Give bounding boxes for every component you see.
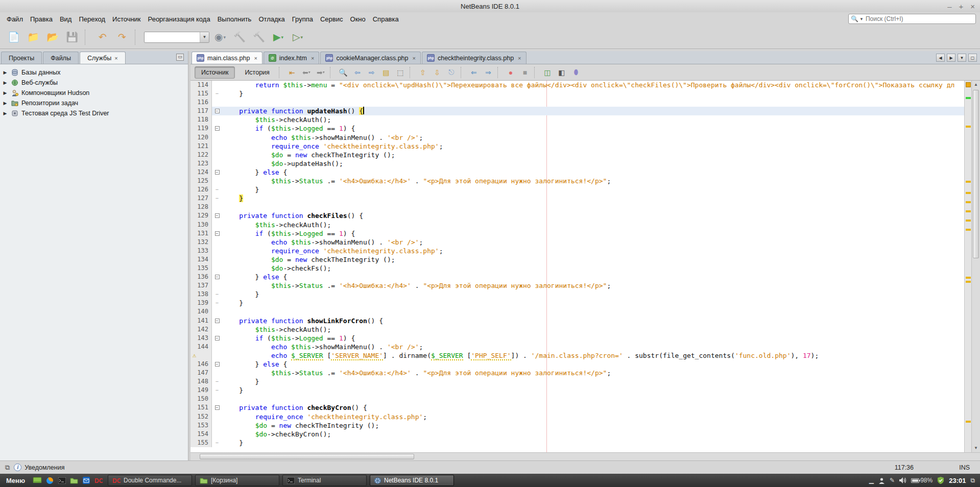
code-line-144[interactable]: 144 echo $this->showMainMenu() . '<br />… <box>190 343 964 351</box>
tree-item-4[interactable]: ▶Тестовая среда JS Test Driver <box>2 108 188 118</box>
sidebar-tab-2[interactable]: Службы× <box>80 52 126 64</box>
tab-list-icon[interactable]: ▼ <box>958 54 966 62</box>
code-line-119[interactable]: 119− if ($this->Logged == 1) { <box>190 124 964 133</box>
toggle-bookmark-icon[interactable]: ⎋ <box>445 66 458 79</box>
forward-icon[interactable]: ➡▾ <box>314 66 327 79</box>
close-button[interactable]: × <box>970 2 975 11</box>
code-line-127[interactable]: 127– } <box>190 194 964 203</box>
run-icon[interactable]: ▶▾ <box>270 29 287 46</box>
fold-collapse-icon[interactable]: − <box>215 109 220 113</box>
fold-gutter[interactable]: − <box>212 168 222 177</box>
fold-gutter[interactable]: − <box>212 211 222 220</box>
fold-gutter[interactable]: − <box>212 334 222 343</box>
code-line-150[interactable]: 150 <box>190 395 964 403</box>
code-line-120[interactable]: 120 echo $this->showMainMenu() . '<br />… <box>190 133 964 142</box>
hscroll-thumb[interactable] <box>200 454 414 459</box>
terminal-icon[interactable] <box>56 475 67 485</box>
chevron-down-icon[interactable]: ▾ <box>224 35 226 40</box>
battery-indicator[interactable]: 98% <box>911 477 933 484</box>
code-line-134[interactable]: 134 $do = new checkTheIntegrity (); <box>190 255 964 264</box>
menu-item-7[interactable]: Отладка <box>255 14 288 25</box>
dc-icon[interactable]: DC <box>93 475 104 485</box>
close-icon[interactable]: × <box>518 55 521 61</box>
menu-item-4[interactable]: Источник <box>109 14 145 25</box>
close-icon[interactable]: × <box>114 55 117 61</box>
sidebar-tab-1[interactable]: Файлы <box>43 52 79 64</box>
stop-macro-icon[interactable]: ■ <box>518 66 532 79</box>
code-editor[interactable]: 114 return $this->menu = "<div onclick=\… <box>190 81 964 452</box>
volume-icon[interactable] <box>899 477 906 483</box>
fold-collapse-icon[interactable]: − <box>215 362 220 367</box>
code-line-131[interactable]: 131− if ($this->Logged == 1) { <box>190 229 964 238</box>
chevron-down-icon[interactable]: ▾ <box>281 35 284 40</box>
close-icon[interactable]: × <box>254 55 257 61</box>
search-input[interactable] <box>866 15 973 22</box>
maximize-editor-icon[interactable]: ▢ <box>968 54 977 62</box>
mail-icon[interactable] <box>81 475 92 485</box>
last-edit-icon[interactable]: ⇤ <box>285 66 299 79</box>
code-line-137[interactable]: 137 $this->Status .= '<h4>Ошибка:</h4>' … <box>190 281 964 290</box>
taskbar-menu-button[interactable]: Меню <box>0 477 31 484</box>
expand-icon[interactable]: ▶ <box>2 70 8 75</box>
menu-item-3[interactable]: Переход <box>75 14 109 25</box>
task-button-[Корзина][interactable]: [Корзина] <box>195 475 279 486</box>
fold-gutter[interactable]: – <box>212 185 222 194</box>
stripe-mark[interactable] <box>966 210 971 212</box>
notifications-label[interactable]: Уведомления <box>25 464 64 471</box>
error-stripe[interactable] <box>964 81 971 452</box>
fold-gutter[interactable]: – <box>212 299 222 307</box>
menu-item-2[interactable]: Вид <box>56 14 76 25</box>
stripe-mark[interactable] <box>966 281 971 283</box>
fold-collapse-icon[interactable]: − <box>215 170 220 175</box>
stripe-mark[interactable] <box>966 192 971 194</box>
code-line-151[interactable]: 151− private function checkByCron() { <box>190 403 964 412</box>
code-template-icon[interactable]: ⬮ <box>569 66 583 79</box>
editor-tab-main.class.php[interactable]: phpmain.class.php× <box>192 52 262 64</box>
editor-tab-cookieManager.class.php[interactable]: phpcookieManager.class.php× <box>320 52 421 64</box>
shift-right-icon[interactable]: ⇒ <box>482 66 495 79</box>
shield-icon[interactable] <box>937 477 944 484</box>
fold-gutter[interactable]: − <box>212 124 222 133</box>
warning-status-icon[interactable] <box>966 82 971 87</box>
fold-gutter[interactable]: − <box>212 403 222 412</box>
shift-left-icon[interactable]: ⇐ <box>467 66 481 79</box>
menu-item-6[interactable]: Выполнить <box>214 14 255 25</box>
next-occurrence-icon[interactable]: ⇨ <box>365 66 378 79</box>
quick-search[interactable]: 🔍 ▼ <box>848 14 976 24</box>
code-line-136[interactable]: 136− } else { <box>190 273 964 281</box>
code-line-140[interactable]: 140 <box>190 307 964 316</box>
fold-collapse-icon[interactable]: − <box>215 126 220 131</box>
undo-icon[interactable]: ↶ <box>94 29 111 46</box>
code-line-135[interactable]: 135 $do->checkFs(); <box>190 264 964 273</box>
stripe-mark[interactable] <box>966 126 971 128</box>
code-line-132[interactable]: 132 echo $this->showMainMenu() . '<br />… <box>190 238 964 247</box>
task-button-NetBeans IDE 8.0.1[interactable]: NetBeans IDE 8.0.1 <box>370 475 454 486</box>
scroll-tabs-left-icon[interactable]: ◀ <box>936 54 945 62</box>
fold-collapse-icon[interactable]: − <box>215 405 220 410</box>
restore-window-icon[interactable]: ⧉ <box>5 464 10 472</box>
debug-icon[interactable]: ▷▾ <box>289 29 306 46</box>
chevron-down-icon[interactable]: ▾ <box>323 70 325 75</box>
code-line-125[interactable]: 125 $this->Status .= '<h4>Ошибка:</h4>' … <box>190 177 964 185</box>
vscroll-thumb[interactable] <box>973 90 979 258</box>
tree-item-0[interactable]: ▶Базы данных <box>2 67 188 78</box>
code-line-122[interactable]: 122 $do = new checkTheIntegrity (); <box>190 151 964 159</box>
view-button-Источник[interactable]: Источник <box>195 66 235 79</box>
firefox-icon[interactable] <box>44 475 55 485</box>
view-button-История[interactable]: История <box>238 66 276 79</box>
fold-collapse-icon[interactable]: − <box>215 275 220 279</box>
fold-collapse-icon[interactable]: − <box>215 319 220 323</box>
user-icon[interactable] <box>878 477 885 484</box>
menu-item-11[interactable]: Справка <box>369 14 402 25</box>
code-line-146[interactable]: 146− } else { <box>190 360 964 369</box>
back-icon[interactable]: ⬅▾ <box>300 66 313 79</box>
code-line-139[interactable]: 139– } <box>190 299 964 307</box>
scroll-tabs-right-icon[interactable]: ▶ <box>947 54 955 62</box>
pencil-icon[interactable]: ✎ <box>890 477 895 484</box>
code-line-149[interactable]: 149– } <box>190 386 964 395</box>
rect-selection-icon[interactable]: ⬚ <box>394 66 407 79</box>
code-line-114[interactable]: 114 return $this->menu = "<div onclick=\… <box>190 81 964 89</box>
minimize-panel-icon[interactable]: ▭ <box>176 54 184 61</box>
chevron-down-icon[interactable]: ▼ <box>200 32 209 42</box>
chevron-down-icon[interactable]: ▾ <box>301 35 303 40</box>
